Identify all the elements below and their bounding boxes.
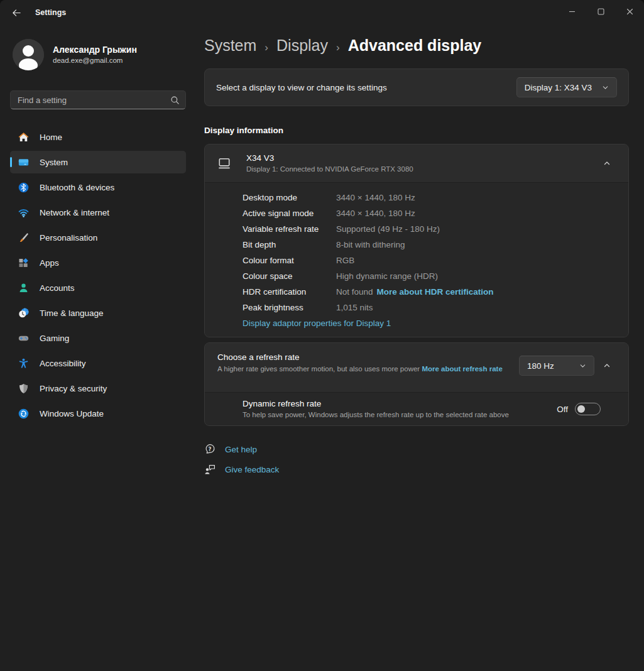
user-email: dead.exe@gmail.com — [53, 56, 137, 66]
breadcrumb-separator: › — [336, 41, 340, 54]
chevron-up-icon — [603, 362, 611, 369]
info-row-label: Peak brightness — [243, 303, 336, 312]
give-feedback-link[interactable]: Give feedback — [204, 464, 279, 475]
breadcrumb-separator: › — [265, 41, 268, 54]
info-row-label: Colour space — [243, 271, 336, 281]
info-row-label: Bit depth — [243, 240, 336, 249]
display-info-header[interactable]: X34 V3 Display 1: Connected to NVIDIA Ge… — [205, 145, 628, 182]
info-row-label: Active signal mode — [243, 209, 336, 218]
info-row-label: Colour format — [243, 256, 336, 265]
bluetooth-icon — [18, 182, 29, 193]
sidebar-item-label: Privacy & security — [40, 384, 107, 393]
display-info-card: X34 V3 Display 1: Connected to NVIDIA Ge… — [204, 144, 629, 337]
footer-links: ? Get help Give feedback — [204, 444, 629, 475]
display-select-dropdown[interactable]: Display 1: X34 V3 — [516, 77, 617, 97]
info-row-value: High dynamic range (HDR) — [336, 271, 438, 281]
close-button[interactable] — [615, 0, 644, 23]
close-icon — [626, 8, 633, 15]
svg-text:?: ? — [209, 446, 212, 452]
more-about-refresh-rate-link[interactable]: More about refresh rate — [422, 365, 502, 373]
display-connection: Display 1: Connected to NVIDIA GeForce R… — [246, 164, 413, 174]
select-display-label: Select a display to view or change its s… — [216, 83, 387, 92]
display-info-row: Bit depth 8-bit with dithering — [243, 237, 617, 253]
feedback-icon — [204, 464, 216, 475]
sidebar-item-network-internet[interactable]: Network & internet — [10, 201, 186, 224]
sidebar-item-bluetooth-devices[interactable]: Bluetooth & devices — [10, 176, 186, 199]
info-row-label: Desktop mode — [243, 193, 336, 202]
get-help-label: Get help — [225, 445, 257, 454]
sidebar-item-accessibility[interactable]: Accessibility — [10, 352, 186, 374]
toggle-knob — [577, 405, 585, 413]
breadcrumb: System › Display › Advanced display — [204, 36, 629, 55]
back-button[interactable] — [6, 4, 26, 21]
section-title: Display information — [204, 126, 629, 135]
person-icon — [18, 283, 29, 293]
sidebar-item-personalisation[interactable]: Personalisation — [10, 226, 186, 249]
shield-icon — [18, 383, 29, 394]
dynamic-refresh-rate-toggle[interactable] — [575, 403, 601, 415]
refresh-rate-card: Choose a refresh rate A higher rate give… — [204, 342, 629, 426]
get-help-link[interactable]: ? Get help — [204, 444, 257, 455]
chevron-up-icon — [603, 160, 611, 167]
window-controls — [557, 0, 644, 23]
app-title: Settings — [35, 8, 66, 17]
display-adaptor-properties-link[interactable]: Display adaptor properties for Display 1 — [243, 319, 391, 328]
refresh-rate-dropdown[interactable]: 180 Hz — [519, 356, 594, 376]
breadcrumb-system[interactable]: System — [204, 36, 256, 55]
sidebar-item-gaming[interactable]: Gaming — [10, 327, 186, 349]
sidebar-item-privacy-security[interactable]: Privacy & security — [10, 377, 186, 400]
search-input[interactable] — [18, 95, 166, 105]
update-icon — [18, 408, 29, 419]
refresh-rate-title: Choose a refresh rate — [217, 351, 513, 364]
sidebar-item-apps[interactable]: Apps — [10, 251, 186, 274]
minimize-button[interactable] — [557, 0, 586, 23]
maximize-button[interactable] — [586, 0, 615, 23]
dynamic-refresh-rate-description: To help save power, Windows adjusts the … — [243, 410, 509, 420]
apps-icon — [18, 258, 29, 268]
sidebar-item-time-language[interactable]: Time & language — [10, 302, 186, 324]
display-info-row: Colour space High dynamic range (HDR) — [243, 268, 617, 284]
display-info-row: Peak brightness 1,015 nits — [243, 300, 617, 315]
info-row-value: 3440 × 1440, 180 Hz — [336, 209, 415, 218]
search-icon — [170, 95, 180, 107]
refresh-rate-header: Choose a refresh rate A higher rate give… — [205, 343, 628, 392]
settings-window: Settings Александр Грыжин — [0, 0, 644, 671]
display-info-row: HDR certification Not found More about H… — [243, 284, 617, 300]
system-icon — [18, 157, 29, 168]
accessibility-icon — [18, 358, 29, 369]
refresh-rate-description: A higher rate gives smoother motion, but… — [217, 364, 513, 374]
person-silhouette-icon — [13, 39, 44, 70]
chevron-down-icon — [602, 84, 609, 91]
display-info-row: Active signal mode 3440 × 1440, 180 Hz — [243, 205, 617, 221]
sidebar-item-label: System — [40, 158, 68, 167]
refresh-rate-description-text: A higher rate gives smoother motion, but… — [217, 365, 420, 373]
toggle-state-label: Off — [557, 405, 568, 414]
info-row-value: Supported (49 Hz - 180 Hz) — [336, 224, 440, 234]
avatar — [13, 39, 44, 70]
info-row-link[interactable]: More about HDR certification — [377, 287, 494, 297]
sidebar-item-home[interactable]: Home — [10, 126, 186, 148]
info-row-value: RGB — [336, 256, 354, 265]
collapse-display-info-button[interactable] — [597, 153, 617, 173]
display-info-row: Desktop mode 3440 × 1440, 180 Hz — [243, 190, 617, 205]
active-indicator — [10, 157, 12, 167]
sidebar-item-label: Bluetooth & devices — [40, 183, 114, 192]
sidebar: Александр Грыжин dead.exe@gmail.com Home… — [0, 25, 196, 671]
display-name: X34 V3 — [246, 153, 413, 165]
sidebar-item-system[interactable]: System — [10, 151, 186, 173]
collapse-refresh-rate-button[interactable] — [597, 356, 617, 376]
page-title: Advanced display — [348, 36, 482, 55]
monitor-icon — [217, 158, 231, 170]
info-row-value: 3440 × 1440, 180 Hz — [336, 193, 415, 202]
breadcrumb-display[interactable]: Display — [276, 36, 328, 55]
sidebar-item-windows-update[interactable]: Windows Update — [10, 402, 186, 425]
sidebar-item-accounts[interactable]: Accounts — [10, 276, 186, 299]
back-arrow-icon — [12, 8, 21, 18]
search-box[interactable] — [10, 90, 186, 109]
network-icon — [18, 207, 29, 218]
give-feedback-label: Give feedback — [225, 465, 279, 474]
sidebar-item-label: Gaming — [40, 334, 69, 343]
info-row-value: 8-bit with dithering — [336, 240, 405, 249]
gamepad-icon — [18, 333, 29, 344]
user-profile[interactable]: Александр Грыжин dead.exe@gmail.com — [10, 30, 186, 74]
